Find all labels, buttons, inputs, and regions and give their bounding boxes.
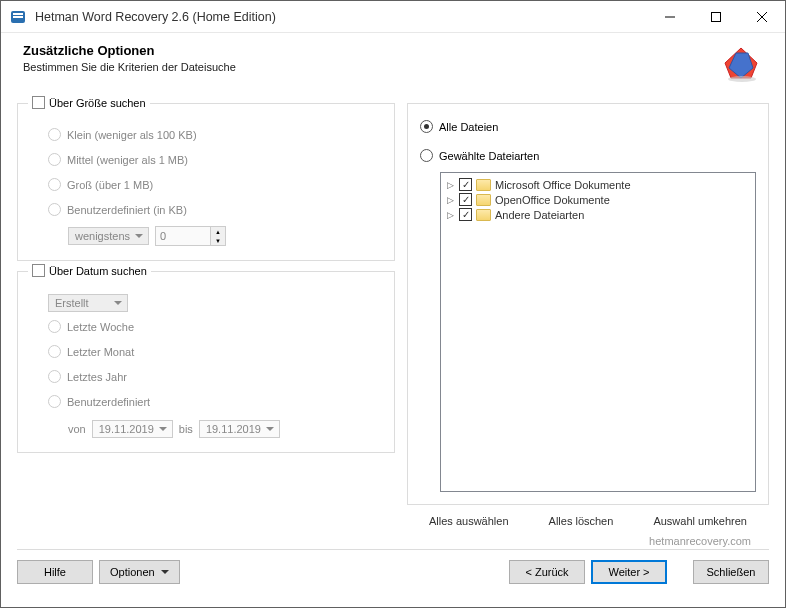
date-option-month[interactable]: Letzter Monat <box>30 339 382 364</box>
help-button[interactable]: Hilfe <box>17 560 93 584</box>
expand-icon[interactable]: ▷ <box>445 210 455 220</box>
tree-checkbox[interactable]: ✓ <box>459 208 472 221</box>
size-group: Über Größe suchen Klein (weniger als 100… <box>17 103 395 261</box>
logo-icon <box>721 43 763 85</box>
minimize-button[interactable] <box>647 1 693 32</box>
size-group-toggle[interactable]: Über Größe suchen <box>28 96 150 109</box>
window-controls <box>647 1 785 32</box>
tree-item-ms-office[interactable]: ▷ ✓ Microsoft Office Dokumente <box>441 177 755 192</box>
filetype-selected-radio[interactable]: Gewählte Dateiarten <box>420 145 756 166</box>
app-icon <box>9 8 27 26</box>
tree-item-other[interactable]: ▷ ✓ Andere Dateiarten <box>441 207 755 222</box>
tree-item-openoffice[interactable]: ▷ ✓ OpenOffice Dokumente <box>441 192 755 207</box>
date-option-year[interactable]: Letztes Jahr <box>30 364 382 389</box>
close-button[interactable] <box>739 1 785 32</box>
titlebar: Hetman Word Recovery 2.6 (Home Edition) <box>1 1 785 33</box>
folder-icon <box>476 179 491 191</box>
date-to-label: bis <box>179 423 193 435</box>
filetype-tree[interactable]: ▷ ✓ Microsoft Office Dokumente ▷ ✓ OpenO… <box>440 172 756 492</box>
date-group: Über Datum suchen Erstellt Letzte Woche … <box>17 271 395 453</box>
spinner-down-icon[interactable]: ▼ <box>211 236 225 245</box>
svg-point-7 <box>728 76 756 82</box>
tree-checkbox[interactable]: ✓ <box>459 193 472 206</box>
date-option-week[interactable]: Letzte Woche <box>30 314 382 339</box>
date-checkbox[interactable] <box>32 264 45 277</box>
window-title: Hetman Word Recovery 2.6 (Home Edition) <box>35 10 647 24</box>
size-checkbox[interactable] <box>32 96 45 109</box>
date-group-toggle[interactable]: Über Datum suchen <box>28 264 151 277</box>
expand-icon[interactable]: ▷ <box>445 180 455 190</box>
close-wizard-button[interactable]: Schließen <box>693 560 769 584</box>
filetype-group: Alle Dateien Gewählte Dateiarten ▷ ✓ Mic… <box>407 103 769 505</box>
svg-rect-1 <box>13 13 23 15</box>
folder-icon <box>476 209 491 221</box>
date-group-label: Über Datum suchen <box>49 265 147 277</box>
maximize-button[interactable] <box>693 1 739 32</box>
size-option-large[interactable]: Groß (über 1 MB) <box>30 172 382 197</box>
size-qualifier-select[interactable]: wenigstens <box>68 227 149 245</box>
size-option-medium[interactable]: Mittel (weniger als 1 MB) <box>30 147 382 172</box>
expand-icon[interactable]: ▷ <box>445 195 455 205</box>
svg-rect-4 <box>712 12 721 21</box>
page-title: Zusätzliche Optionen <box>23 43 721 58</box>
wizard-buttons: Hilfe Optionen < Zurück Weiter > Schließ… <box>1 550 785 594</box>
next-button[interactable]: Weiter > <box>591 560 667 584</box>
select-all-link[interactable]: Alles auswählen <box>429 515 509 527</box>
invert-selection-link[interactable]: Auswahl umkehren <box>653 515 747 527</box>
size-value-input[interactable] <box>155 226 211 246</box>
date-option-custom[interactable]: Benutzerdefiniert <box>30 389 382 414</box>
folder-icon <box>476 194 491 206</box>
spinner-up-icon[interactable]: ▲ <box>211 227 225 236</box>
back-button[interactable]: < Zurück <box>509 560 585 584</box>
date-from-label: von <box>68 423 86 435</box>
size-value-spinner[interactable]: ▲▼ <box>155 226 226 246</box>
date-mode-select[interactable]: Erstellt <box>48 294 128 312</box>
content-area: Über Größe suchen Klein (weniger als 100… <box>1 91 785 533</box>
filetype-all-radio[interactable]: Alle Dateien <box>420 116 756 137</box>
size-option-custom[interactable]: Benutzerdefiniert (in KB) <box>30 197 382 222</box>
size-option-small[interactable]: Klein (weniger als 100 KB) <box>30 122 382 147</box>
filetype-actions: Alles auswählen Alles löschen Auswahl um… <box>407 505 769 529</box>
tree-checkbox[interactable]: ✓ <box>459 178 472 191</box>
svg-rect-2 <box>13 16 23 18</box>
page-header: Zusätzliche Optionen Bestimmen Sie die K… <box>1 33 785 91</box>
date-to-field[interactable]: 19.11.2019 <box>199 420 280 438</box>
date-from-field[interactable]: 19.11.2019 <box>92 420 173 438</box>
vendor-link[interactable]: hetmanrecovery.com <box>17 533 769 550</box>
clear-all-link[interactable]: Alles löschen <box>549 515 614 527</box>
options-button[interactable]: Optionen <box>99 560 180 584</box>
page-subtitle: Bestimmen Sie die Kriterien der Dateisuc… <box>23 61 721 73</box>
size-group-label: Über Größe suchen <box>49 97 146 109</box>
